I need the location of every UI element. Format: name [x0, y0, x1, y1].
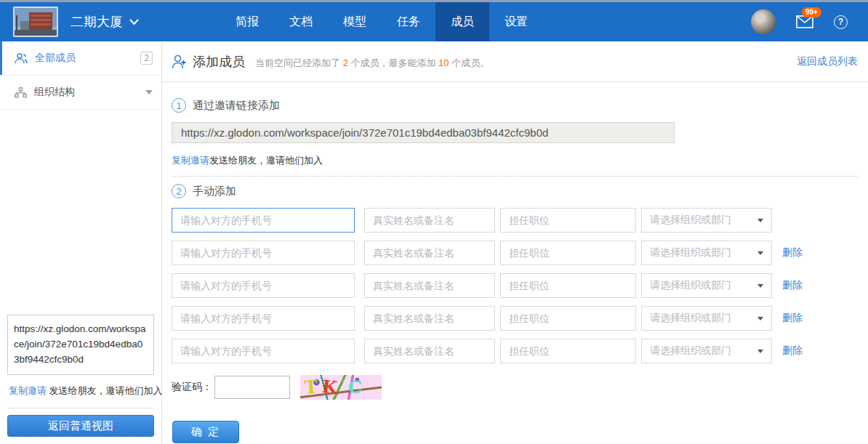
help-icon: ?: [838, 17, 843, 27]
sidebar-copy-row: 复制邀请 发送给朋友，邀请他们加入: [7, 375, 154, 408]
name-input[interactable]: [364, 339, 495, 363]
back-to-normal-view-button[interactable]: 返回普通视图: [7, 415, 154, 437]
copy-invite-row: 复制邀请发送给朋友，邀请他们加入: [172, 154, 858, 167]
captcha-row: 验证码： T K C 1: [172, 375, 858, 400]
sidebar-item-all-members[interactable]: 全部成员 2: [0, 41, 161, 76]
sidebar-item-org-structure[interactable]: 组织结构: [0, 76, 161, 110]
workspace-logo[interactable]: [13, 7, 58, 37]
select-caret-icon: [758, 219, 763, 222]
position-input[interactable]: [500, 339, 636, 363]
main-panel: 添加成员 当前空间已经添加了 2 个成员，最多能添加 10 个成员。 返回成员列…: [162, 41, 868, 444]
section-divider: [172, 176, 858, 177]
name-input[interactable]: [364, 241, 495, 265]
captcha-letter: K: [321, 375, 339, 400]
section-title-text: 通过邀请链接添加: [193, 99, 280, 113]
section-title-text: 手动添加: [193, 185, 236, 198]
messages-button[interactable]: 99+: [796, 15, 813, 28]
tab-briefing[interactable]: 简报: [220, 2, 274, 41]
workspace-switcher[interactable]: 二期大厦: [71, 13, 139, 31]
max-member-count: 10: [438, 57, 449, 68]
main-nav: 简报 文档 模型 任务 成员 设置: [220, 2, 543, 41]
tab-tasks[interactable]: 任务: [382, 2, 435, 41]
copy-invite-link[interactable]: 复制邀请: [172, 155, 209, 166]
app-window: 二期大厦 简报 文档 模型 任务 成员 设置 99+ ?: [0, 0, 868, 444]
member-quota-text: 当前空间已经添加了 2 个成员，最多能添加 10 个成员。: [255, 57, 489, 70]
phone-input[interactable]: [172, 306, 355, 331]
captcha-letter: 1: [308, 399, 322, 400]
add-member-icon: [172, 55, 187, 69]
page-title: 添加成员: [193, 53, 245, 70]
back-to-member-list-link[interactable]: 返回成员列表: [797, 55, 858, 68]
org-select-placeholder: 请选择组织或部门: [650, 344, 731, 358]
copy-invite-hint: 发送给朋友，邀请他们加入: [47, 385, 163, 396]
workspace-name: 二期大厦: [71, 13, 123, 31]
captcha-letter: C: [347, 375, 363, 400]
phone-input[interactable]: [172, 241, 355, 265]
invite-url-input[interactable]: [172, 122, 675, 143]
delete-row-link[interactable]: 删除: [782, 246, 803, 259]
tab-models[interactable]: 模型: [328, 2, 382, 41]
select-caret-icon: [758, 284, 763, 288]
org-select-placeholder: 请选择组织或部门: [650, 214, 731, 227]
main-header: 添加成员 当前空间已经添加了 2 个成员，最多能添加 10 个成员。 返回成员列…: [162, 41, 868, 82]
member-form-row: 请选择组织或部门 删除: [172, 339, 858, 363]
delete-row-link[interactable]: 删除: [782, 344, 803, 358]
position-input[interactable]: [500, 273, 636, 298]
current-member-count: 2: [343, 57, 348, 68]
phone-input[interactable]: [172, 273, 355, 298]
top-navigation-bar: 二期大厦 简报 文档 模型 任务 成员 设置 99+ ?: [0, 2, 868, 41]
org-select-placeholder: 请选择组织或部门: [650, 279, 731, 292]
step-2-badge: 2: [172, 184, 186, 198]
invite-link-section-title: 1 通过邀请链接添加: [172, 98, 858, 113]
member-form-row: 请选择组织或部门: [172, 208, 858, 233]
building-photo: [15, 8, 57, 36]
captcha-label: 验证码：: [172, 381, 212, 394]
delete-row-link[interactable]: 删除: [782, 279, 803, 292]
quota-text-part: 当前空间已经添加了: [255, 57, 343, 68]
quota-text-part: 个成员。: [449, 57, 490, 68]
phone-input[interactable]: [172, 339, 355, 363]
org-select[interactable]: 请选择组织或部门: [641, 241, 772, 265]
name-input[interactable]: [364, 273, 495, 298]
org-select[interactable]: 请选择组织或部门: [641, 273, 772, 298]
position-input[interactable]: [500, 306, 636, 331]
user-avatar[interactable]: [751, 9, 776, 34]
confirm-button[interactable]: 确 定: [172, 421, 239, 443]
sidebar-item-label: 组织结构: [34, 86, 75, 99]
top-right-controls: 99+ ?: [751, 9, 848, 34]
invite-url-text: https://xz.glodon.com/workspace/join/372…: [7, 315, 154, 375]
org-select[interactable]: 请选择组织或部门: [641, 208, 772, 233]
tab-documents[interactable]: 文档: [274, 2, 328, 41]
org-select-placeholder: 请选择组织或部门: [650, 312, 731, 325]
chevron-down-icon: [129, 19, 139, 25]
tab-settings[interactable]: 设置: [489, 2, 543, 41]
captcha-letter: T: [304, 375, 318, 400]
notification-badge: 99+: [802, 7, 821, 17]
delete-row-link[interactable]: 删除: [782, 312, 803, 325]
position-input[interactable]: [500, 241, 636, 265]
name-input[interactable]: [364, 306, 495, 331]
position-input[interactable]: [500, 208, 636, 233]
tab-members[interactable]: 成员: [435, 2, 489, 41]
name-input[interactable]: [364, 208, 495, 233]
quota-text-part: 个成员，最多能添加: [348, 57, 438, 68]
sidebar-item-label: 全部成员: [35, 52, 76, 65]
sidebar-invite-panel: https://xz.glodon.com/workspace/join/372…: [0, 315, 161, 444]
phone-input[interactable]: [172, 208, 355, 233]
manual-add-section-title: 2 手动添加: [172, 184, 858, 198]
copy-invite-link[interactable]: 复制邀请: [9, 385, 47, 396]
org-select[interactable]: 请选择组织或部门: [641, 306, 772, 331]
captcha-image[interactable]: T K C 1: [300, 375, 382, 400]
org-select[interactable]: 请选择组织或部门: [641, 339, 772, 363]
step-1-badge: 1: [172, 98, 186, 113]
select-caret-icon: [758, 317, 763, 320]
captcha-input[interactable]: [214, 376, 290, 399]
copy-invite-hint: 发送给朋友，邀请他们加入: [209, 155, 323, 166]
select-caret-icon: [758, 350, 763, 353]
member-form-row: 请选择组织或部门 删除: [172, 306, 858, 331]
select-caret-icon: [758, 251, 763, 255]
sidebar: 全部成员 2 组织结构 https://xz.glodon.com/worksp…: [0, 41, 162, 444]
members-icon: [15, 53, 28, 64]
member-form-row: 请选择组织或部门 删除: [172, 241, 858, 265]
help-button[interactable]: ?: [834, 15, 848, 29]
